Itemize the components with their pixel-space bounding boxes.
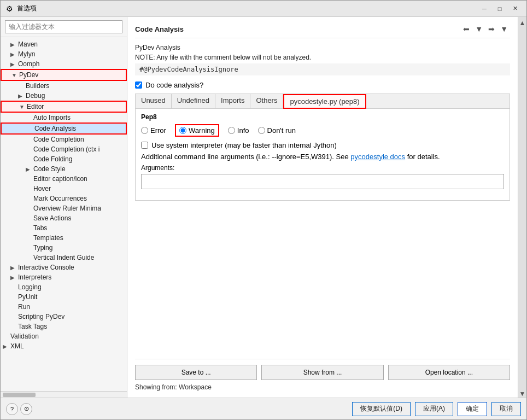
radio-info-row: Info: [228, 126, 249, 135]
tree-item-vertical-indent[interactable]: Vertical Indent Guide: [1, 253, 127, 262]
panel-title-bar: Code Analysis ⬅ ▼ ➡ ▼: [135, 24, 510, 38]
tab-undefined[interactable]: Undefined: [172, 94, 215, 108]
tree-item-pydev[interactable]: ▼ PyDev: [1, 69, 127, 81]
help-icon[interactable]: ?: [6, 403, 18, 415]
tab-pycodestyle[interactable]: pycodestyle.py (pep8): [283, 94, 366, 109]
scroll-thumb: [3, 393, 36, 397]
ok-button[interactable]: 确定: [458, 402, 487, 416]
tree-item-save-actions[interactable]: Save Actions: [1, 213, 127, 223]
pycodestyle-docs-link[interactable]: pycodestyle docs: [350, 153, 405, 161]
tree-label-run: Run: [18, 303, 30, 311]
tree-item-run[interactable]: Run: [1, 302, 127, 312]
tree-item-typing[interactable]: Typing: [1, 243, 127, 253]
show-from-button[interactable]: Show from ...: [261, 365, 383, 380]
title-bar: ⚙ 首选项 ─ □ ✕: [1, 1, 526, 17]
tree-item-templates[interactable]: Templates: [1, 233, 127, 243]
bottom-bar: ? ⊙ 恢复默认值(D) 应用(A) 确定 取消: [1, 398, 526, 419]
tab-unused[interactable]: Unused: [136, 94, 172, 108]
use-system-interpreter-checkbox[interactable]: [141, 142, 148, 149]
tree-label-validation: Validation: [10, 332, 39, 340]
tree-item-code-completion-ctx[interactable]: Code Completion (ctx i: [1, 144, 127, 154]
additional-args-text: Additional command line arguments (i.e.:…: [141, 153, 350, 161]
tree-item-maven[interactable]: ▶ Maven: [1, 39, 127, 49]
nav-back-button[interactable]: ⬅: [461, 24, 472, 34]
tree-item-scripting-pydev[interactable]: Scripting PyDev: [1, 312, 127, 322]
tab-imports[interactable]: Imports: [215, 94, 250, 108]
tree-item-validation[interactable]: Validation: [1, 331, 127, 341]
tree-item-interactive-console[interactable]: ▶ Interactive Console: [1, 262, 127, 272]
arguments-label: Arguments:: [141, 164, 504, 172]
tree-item-mark-occurrences[interactable]: Mark Occurrences: [1, 194, 127, 203]
tree-label-debug: Debug: [26, 92, 45, 100]
tree-item-code-analysis[interactable]: Code Analysis: [1, 122, 127, 135]
apply-button[interactable]: 应用(A): [415, 402, 453, 416]
arguments-input[interactable]: [141, 174, 504, 189]
tree-item-editor[interactable]: ▼ Editor: [1, 101, 127, 113]
radio-error[interactable]: [141, 127, 148, 134]
tree-item-oomph[interactable]: ▶ Oomph: [1, 59, 127, 69]
tree-label-auto-imports: Auto Imports: [33, 114, 71, 121]
tree-item-code-style[interactable]: ▶ Code Style: [1, 164, 127, 174]
radio-dont-run[interactable]: [258, 127, 265, 134]
tree-label-hover: Hover: [33, 185, 51, 192]
do-code-analysis-checkbox[interactable]: [135, 81, 142, 89]
tree-label-code-style: Code Style: [33, 165, 66, 173]
radio-dont-run-label: Don't run: [267, 126, 296, 135]
nav-forward-dropdown-button[interactable]: ▼: [498, 24, 510, 34]
tree-arrow-interactive-console: ▶: [10, 265, 18, 271]
tree-item-logging[interactable]: Logging: [1, 282, 127, 292]
tree-arrow-editor: ▼: [19, 104, 27, 110]
tree-label-code-folding: Code Folding: [33, 155, 72, 163]
tree-label-code-completion-ctx: Code Completion (ctx i: [33, 145, 99, 153]
radio-warning-row: Warning: [179, 126, 215, 135]
info-icon[interactable]: ⊙: [20, 403, 32, 415]
tree-item-code-completion[interactable]: Code Completion: [1, 135, 127, 144]
tree-item-mylyn[interactable]: ▶ Mylyn: [1, 49, 127, 59]
tabs-container: Unused Undefined Imports Others pycodest…: [135, 94, 510, 201]
radio-info[interactable]: [228, 127, 235, 134]
cancel-button[interactable]: 取消: [491, 402, 521, 416]
open-location-button[interactable]: Open location ...: [388, 365, 510, 380]
close-button[interactable]: ✕: [508, 3, 522, 15]
radio-warning-label: Warning: [189, 126, 215, 135]
horizontal-scrollbar[interactable]: [1, 391, 127, 398]
tree-item-pyunit[interactable]: PyUnit: [1, 292, 127, 302]
tree-item-interpreters[interactable]: ▶ Interpreters: [1, 272, 127, 282]
tree-arrow-code-style: ▶: [26, 166, 33, 172]
radio-warning[interactable]: [179, 127, 186, 134]
tree-item-auto-imports[interactable]: Auto Imports: [1, 113, 127, 122]
tree-label-tabs: Tabs: [33, 224, 47, 232]
minimize-button[interactable]: ─: [477, 3, 491, 15]
tree-item-overview-ruler[interactable]: Overview Ruler Minima: [1, 203, 127, 213]
nav-forward-button[interactable]: ➡: [486, 24, 497, 34]
tree-label-scripting-pydev: Scripting PyDev: [18, 313, 65, 320]
maximize-button[interactable]: □: [493, 3, 507, 15]
bottom-right-buttons: 恢复默认值(D) 应用(A) 确定 取消: [352, 402, 521, 416]
tree-item-xml[interactable]: ▶ XML: [1, 341, 127, 351]
left-panel: ▶ Maven ▶ Mylyn ▶ Oomph ▼ PyDev: [1, 17, 127, 398]
warning-highlighted-box: Warning: [175, 124, 219, 137]
save-to-button[interactable]: Save to ...: [135, 365, 257, 380]
tree-item-builders[interactable]: Builders: [1, 81, 127, 91]
tree-item-tabs[interactable]: Tabs: [1, 223, 127, 233]
do-code-analysis-row: Do code analysis?: [135, 81, 510, 89]
tab-others[interactable]: Others: [250, 94, 283, 108]
right-edge-arrow-down[interactable]: ▼: [519, 390, 526, 398]
restore-defaults-button[interactable]: 恢复默认值(D): [352, 402, 411, 416]
right-edge-arrow-up[interactable]: ▲: [519, 19, 526, 27]
tree-item-task-tags[interactable]: Task Tags: [1, 322, 127, 331]
tree-item-code-folding[interactable]: Code Folding: [1, 154, 127, 164]
tree-item-debug[interactable]: ▶ Debug: [1, 91, 127, 101]
tree-label-save-actions: Save Actions: [33, 214, 71, 222]
tree-arrow-debug: ▶: [18, 93, 26, 99]
radio-dont-run-row: Don't run: [258, 126, 296, 135]
tabs-bar: Unused Undefined Imports Others pycodest…: [136, 94, 510, 109]
tree-label-pydev: PyDev: [19, 71, 38, 79]
pydev-analysis-label: PyDev Analysis: [135, 44, 510, 51]
tree-item-editor-caption[interactable]: Editor caption/icon: [1, 174, 127, 184]
search-input[interactable]: [5, 20, 122, 33]
nav-dropdown-button[interactable]: ▼: [473, 24, 485, 34]
pep8-radio-group: Error Warning Info: [141, 124, 504, 137]
tree-item-hover[interactable]: Hover: [1, 184, 127, 194]
tree-arrow-xml: ▶: [3, 343, 10, 349]
